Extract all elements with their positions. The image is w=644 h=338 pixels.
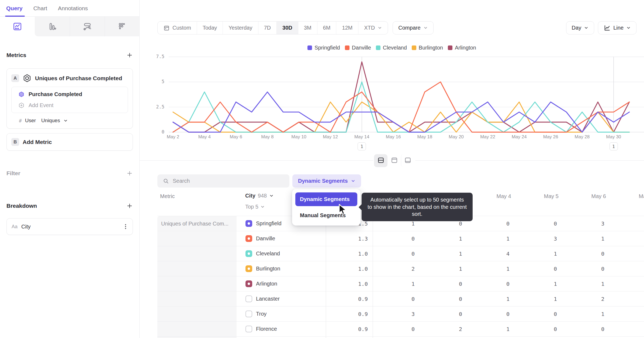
column-divider: [326, 216, 326, 338]
table-row[interactable]: Arlington 1.010011: [157, 276, 644, 291]
x-axis-tick: May 26: [536, 134, 566, 140]
table-header-top[interactable]: Top 5: [245, 204, 265, 210]
day-value-cell: 1: [468, 296, 515, 302]
day-value-cell: 1: [420, 251, 468, 257]
segment-checkbox[interactable]: [245, 250, 252, 257]
layout-toggle-group: [373, 153, 415, 168]
add-event-hexagon-icon: [18, 102, 25, 108]
add-filter-plus-icon[interactable]: [126, 170, 133, 177]
add-metric-plus-icon[interactable]: [126, 52, 133, 58]
breakdown-property-label: City: [21, 224, 30, 230]
tab-query[interactable]: Query: [6, 0, 23, 16]
day-value-cell: 1: [562, 281, 610, 287]
y-axis-tick: 5: [140, 79, 164, 84]
x-axis-tick: May 30: [599, 134, 628, 140]
x-axis-tick: May 10: [284, 134, 314, 140]
search-input[interactable]: [173, 178, 275, 184]
query-sidebar: QueryChartAnnotations Metrics A Uniques …: [0, 0, 140, 338]
day-value-cell: 0: [373, 296, 420, 302]
layout-toggle-split-rows-icon[interactable]: [374, 154, 387, 167]
x-axis-tick: May 18: [410, 134, 439, 140]
day-column-header[interactable]: May 6: [562, 193, 610, 199]
segment-search[interactable]: [157, 174, 289, 188]
add-event-row[interactable]: Add Event: [18, 102, 123, 108]
average-cell: 0.9: [326, 326, 373, 332]
segment-checkbox[interactable]: [245, 220, 252, 227]
tab-annotations[interactable]: Annotations: [58, 0, 88, 16]
day-value-cell: 4: [468, 251, 515, 257]
day-value-cell: 2: [420, 326, 468, 332]
x-axis-tick: May 2: [158, 134, 188, 140]
day-column-header[interactable]: May 4: [468, 193, 515, 199]
day-column-header[interactable]: May 7: [610, 193, 644, 199]
measure-aggregation: Uniques: [41, 118, 60, 124]
day-value-cell: 0: [468, 281, 515, 287]
add-breakdown-plus-icon[interactable]: [126, 203, 133, 209]
chart-type-tab-dot-grid-icon[interactable]: [105, 17, 139, 36]
chevron-down-icon: [63, 118, 68, 123]
x-axis-tick: May 4: [190, 134, 219, 140]
segment-checkbox[interactable]: [245, 295, 252, 302]
metrics-heading: Metrics: [6, 52, 26, 58]
average-cell: 1.0: [326, 251, 373, 257]
day-value-cell: 0: [468, 220, 515, 227]
breakdown-city-card[interactable]: Aa City: [6, 218, 133, 235]
bar-chart-icon: [47, 22, 57, 31]
river-flow-icon: [82, 22, 92, 31]
annotation-badge[interactable]: 1: [358, 142, 366, 150]
table-header-group[interactable]: City 948: [245, 193, 274, 199]
measure-selector[interactable]: # User Uniques: [11, 118, 128, 124]
day-value-cell: 0: [420, 311, 468, 317]
measure-type-icon: #: [19, 118, 22, 124]
table-row[interactable]: Florence 0.902100: [157, 322, 644, 337]
segment-checkbox[interactable]: [245, 235, 252, 242]
chart-type-tab-river-flow-icon[interactable]: [70, 17, 105, 36]
annotation-badge[interactable]: 1: [610, 142, 618, 150]
table-row[interactable]: Danville 1.301131: [157, 231, 644, 246]
split-rows-icon: [377, 157, 385, 165]
segment-checkbox[interactable]: [245, 280, 252, 287]
event-hexagon-icon: [18, 91, 25, 97]
day-value-cell: 3: [515, 235, 562, 242]
table-row[interactable]: Lancaster 0.900112: [157, 291, 644, 307]
segment-name: Arlington: [256, 281, 277, 287]
segment-cell: Troy: [237, 311, 326, 317]
measure-entity: User: [25, 118, 36, 124]
segment-checkbox[interactable]: [245, 326, 252, 332]
average-cell: 1.3: [326, 235, 373, 242]
property-type-badge: Aa: [12, 224, 18, 230]
layout-toggle-top-panel-icon[interactable]: [387, 154, 401, 167]
segment-checkbox[interactable]: [245, 311, 252, 317]
day-value-cell: 2: [562, 296, 610, 302]
segment-name: Lancaster: [256, 296, 280, 302]
add-metric-card[interactable]: B Add Metric: [6, 133, 133, 151]
y-axis-tick: 7.5: [140, 54, 164, 59]
day-value-cell: 1: [562, 235, 610, 242]
table-row[interactable]: Cleveland 1.001410: [157, 246, 644, 261]
x-axis-tick: May 28: [567, 134, 597, 140]
metric-card-a[interactable]: A Uniques of Purchase Completed Purchase…: [6, 68, 133, 129]
chart-type-tab-line-chart-icon[interactable]: [0, 17, 35, 36]
chart-type-tab-bar-chart-icon[interactable]: [35, 17, 70, 36]
table-row[interactable]: Burlington 1.021100: [157, 261, 644, 276]
day-value-cell: 0: [420, 296, 468, 302]
day-value-cell: 1: [468, 235, 515, 242]
top-panel-icon: [391, 157, 398, 165]
day-value-cell: 0: [468, 311, 515, 317]
segment-cell: Lancaster: [237, 295, 326, 302]
search-icon: [163, 178, 169, 184]
segment-mode-button[interactable]: Dynamic Segments: [292, 174, 361, 188]
segment-checkbox[interactable]: [245, 265, 252, 272]
tab-chart[interactable]: Chart: [33, 0, 47, 16]
kebab-menu-icon[interactable]: [123, 224, 128, 230]
metric-hexagon-icon: [23, 74, 32, 83]
day-column-header[interactable]: May 5: [515, 193, 562, 199]
segment-name: Burlington: [256, 266, 280, 272]
day-value-cell: 1: [515, 251, 562, 257]
event-row[interactable]: Purchase Completed: [18, 91, 123, 97]
average-cell: 1.0: [326, 266, 373, 272]
day-value-cell: 0: [420, 281, 468, 287]
table-row[interactable]: Troy 0.930001: [157, 307, 644, 322]
day-value-cell: 0: [373, 251, 420, 257]
layout-toggle-bottom-panel-icon[interactable]: [401, 154, 414, 167]
